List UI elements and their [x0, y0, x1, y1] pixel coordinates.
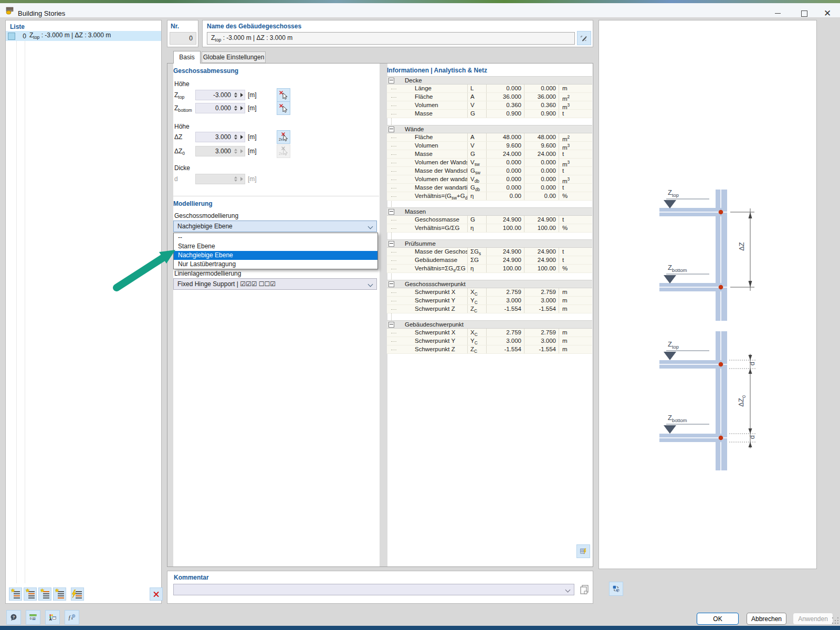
new-story-below-button[interactable]: ★	[38, 587, 51, 601]
new-story-last-button[interactable]: ★	[53, 587, 66, 601]
d-detail-arrow	[238, 177, 245, 181]
ztop-unit: [m]	[248, 90, 257, 100]
info-group-name: Decke	[398, 77, 422, 85]
cancel-button[interactable]: Abbrechen	[747, 613, 786, 625]
ok-button[interactable]: OK	[697, 613, 739, 625]
info-row: Schwerpunkt ZZC-1.554-1.554m	[387, 345, 592, 354]
tab-globale-einstellungen[interactable]: Globale Einstellungen	[202, 51, 266, 63]
info-cell-value1: 24.900	[486, 256, 524, 264]
info-cell-value1: 0.000	[486, 167, 524, 175]
view-toggle-button[interactable]	[609, 582, 623, 596]
node-icon	[719, 210, 723, 215]
info-cell-value1: 0.360	[486, 101, 524, 109]
section-divider	[173, 196, 379, 196]
dz-detail-arrow[interactable]	[238, 135, 245, 139]
pick-ztop-button[interactable]	[277, 88, 290, 102]
help-button[interactable]: ?	[6, 610, 21, 625]
list-item-story[interactable]: 0Ztop : -3.000 m | ΔZ : 3.000 m	[6, 31, 161, 41]
titlebar[interactable]: Building Stories ✕	[0, 3, 840, 18]
edit-in-table-button[interactable]	[576, 544, 590, 558]
info-cell-value2: 3.000	[524, 297, 559, 304]
info-group-header[interactable]: Gebäudeschwerpunkt	[387, 320, 592, 329]
ztop-spinner[interactable]	[233, 90, 238, 100]
diagram-zbottom-label: Zbottom	[668, 414, 687, 423]
dropdown-option[interactable]: Nachgiebige Ebene	[174, 251, 377, 260]
gutter	[380, 64, 387, 566]
dz0-label: ΔZ0	[174, 146, 194, 156]
linienlagermodellierung-combobox[interactable]: Fixed Hinge Support | ☑☑☑ ☐☐☑	[173, 278, 377, 290]
generate-stories-icon	[75, 591, 80, 598]
info-group-header[interactable]: Decke	[387, 76, 592, 85]
ztop-input[interactable]: -3.000	[195, 90, 245, 100]
minimize-button[interactable]	[766, 6, 789, 20]
units-button[interactable]: 0.00	[26, 610, 40, 625]
pick-dz-twice-button[interactable]: 2x	[277, 130, 290, 144]
collapse-icon[interactable]	[388, 281, 394, 287]
svg-text:2x: 2x	[279, 138, 283, 141]
zbottom-value: 0.000	[196, 104, 233, 112]
spin-down-icon	[234, 152, 237, 154]
formula-button[interactable]: f x	[65, 610, 79, 625]
collapse-icon[interactable]	[388, 127, 394, 132]
info-row: Schwerpunkt XXC2.7592.759m	[387, 329, 592, 337]
generate-stories-button[interactable]	[71, 587, 84, 601]
detail-arrow-icon	[240, 177, 243, 181]
kommentar-combobox[interactable]	[173, 584, 574, 595]
info-cell-symbol: ZC	[467, 305, 486, 313]
story-name-input[interactable]: Ztop : -3.000 m | ΔZ : 3.000 m	[207, 32, 575, 45]
info-cell-symbol: Gsw	[467, 167, 486, 175]
info-cell-value1: 0.000	[486, 184, 524, 192]
window-bottom-edge	[0, 626, 840, 630]
collapse-icon[interactable]	[388, 322, 394, 328]
tab-basis[interactable]: Basis	[173, 51, 201, 64]
info-cell-label: Masse der Wandsch...	[387, 167, 467, 175]
info-cell-value2: 36.000	[524, 93, 559, 101]
story-number-field: 0	[170, 32, 196, 45]
rename-button[interactable]	[577, 31, 591, 45]
new-story-first-button[interactable]: ★	[9, 587, 22, 601]
new-story-above-button[interactable]: ★	[24, 587, 37, 601]
zbottom-spinner[interactable]	[233, 103, 238, 113]
info-cell-label: Volumen der Wands...	[387, 159, 467, 166]
resize-grip[interactable]	[832, 617, 833, 618]
geschossmodellierung-value: Nachgiebige Ebene	[177, 223, 233, 230]
info-cell-unit: m	[559, 337, 592, 345]
collapse-icon[interactable]	[388, 78, 394, 83]
info-group-header[interactable]: Wände	[387, 125, 592, 133]
dz-spinner[interactable]	[233, 132, 238, 142]
info-group-header[interactable]: Geschossschwerpunkt	[387, 280, 592, 288]
display-settings-button[interactable]: A	[45, 610, 60, 625]
story-number: 0	[18, 33, 26, 40]
delete-story-button[interactable]	[150, 587, 163, 601]
info-row: Masse der GeschosseΣGs24.90024.900t	[387, 248, 592, 256]
svg-text:2x: 2x	[279, 152, 283, 155]
dz-input[interactable]: 3.000	[195, 132, 245, 142]
collapse-icon[interactable]	[388, 241, 394, 247]
info-cell-value2: 0.000	[524, 175, 559, 183]
info-cell-label: Schwerpunkt Z	[387, 345, 467, 353]
copy-comment-button[interactable]	[578, 583, 592, 597]
info-cell-symbol: A	[467, 133, 486, 141]
zbottom-detail-arrow[interactable]	[238, 106, 245, 110]
apply-button-label: Anwenden	[798, 615, 828, 623]
info-cell-label: Masse	[387, 150, 467, 158]
pick-zbottom-button[interactable]	[277, 101, 290, 115]
ztop-detail-arrow[interactable]	[238, 93, 245, 97]
info-group-header[interactable]: Massen	[387, 207, 592, 216]
info-group-header[interactable]: Prüfsumme	[387, 239, 592, 248]
dropdown-option[interactable]: Starre Ebene	[174, 242, 377, 251]
info-cell-value1: 0.900	[486, 110, 524, 118]
geschossmodellierung-combobox[interactable]: Nachgiebige Ebene	[173, 220, 377, 232]
spin-down-icon	[234, 138, 237, 140]
zbottom-input[interactable]: 0.000	[195, 103, 245, 113]
close-button[interactable]: ✕	[816, 6, 839, 20]
dropdown-option[interactable]: --	[174, 233, 377, 242]
maximize-button[interactable]	[793, 6, 816, 20]
info-row: GeschossmasseG24.90024.900t	[387, 216, 592, 224]
dropdown-option[interactable]: Nur Lastübertragung	[174, 260, 377, 269]
dz0-value: 3.000	[196, 148, 233, 155]
info-cell-symbol: L	[467, 85, 486, 92]
node-icon	[719, 362, 723, 367]
node-icon	[719, 436, 723, 440]
collapse-icon[interactable]	[388, 209, 394, 215]
